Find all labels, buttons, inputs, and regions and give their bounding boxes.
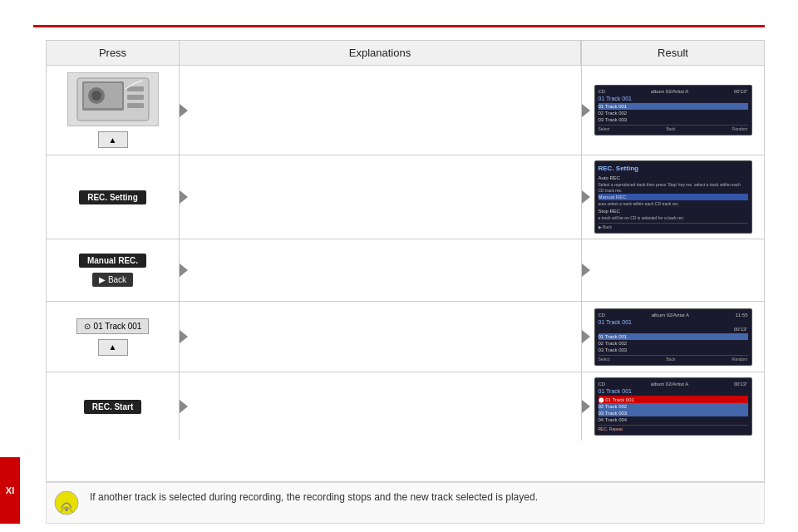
chapter-marker: XI [0, 457, 20, 524]
explanation-cell-5 [180, 372, 581, 441]
header-explanations: Explanations [180, 41, 581, 65]
result-cell-2: REC. Setting Auto REC Select a reproduce… [581, 155, 764, 239]
table-row: Manual REC. ▶Back [47, 239, 764, 302]
note-text: If another track is selected during reco… [90, 490, 538, 505]
explanation-cell-2 [180, 155, 581, 239]
manual-rec-button[interactable]: Manual REC. [79, 254, 146, 268]
up-button-1[interactable]: ▲ [98, 131, 128, 148]
result-cell-1: CD album 02/Artist A 00'13" 01 Track 001… [581, 66, 764, 155]
press-cell-2: REC. Setting [47, 155, 180, 239]
rec-start-button[interactable]: REC. Start [84, 400, 141, 414]
screen-cd-2: CD album 02/Artist A 11:55 01 Track 001 … [594, 308, 752, 366]
table-row: ⊙01 Track 001 ▲ CD album 02/Artist A 11:… [47, 302, 764, 372]
screen-rec-setting: REC. Setting Auto REC Select a reproduce… [594, 160, 752, 234]
table-row: ▲ CD album 02/Artist A 00'13" 01 Track 0… [47, 66, 764, 155]
table-header: Press Explanations Result [47, 41, 764, 66]
explanation-cell-4 [180, 302, 581, 372]
press-cell-4: ⊙01 Track 001 ▲ [47, 302, 180, 372]
rec-setting-button[interactable]: REC. Setting [79, 190, 146, 204]
rec-option-manual: Manual REC [598, 194, 748, 200]
explanation-cell-3 [180, 239, 581, 301]
up-button-2[interactable]: ▲ [98, 339, 128, 356]
press-cell-5: REC. Start [47, 372, 180, 441]
table-row: REC. Setting REC. Setting Auto REC Selec… [47, 155, 764, 239]
rec-option-stop: Stop REC [598, 208, 748, 214]
svg-rect-3 [127, 86, 144, 91]
device-image [67, 72, 159, 126]
bottom-note: If another track is selected during reco… [46, 482, 765, 524]
svg-point-7 [91, 91, 101, 101]
result-cell-4: CD album 02/Artist A 11:55 01 Track 001 … [581, 302, 764, 372]
header-result: Result [581, 41, 764, 65]
header-press: Press [47, 41, 180, 65]
main-table: Press Explanations Result ▲ [46, 40, 765, 482]
back-button[interactable]: ▶Back [92, 273, 133, 287]
press-cell-3: Manual REC. ▶Back [47, 239, 180, 301]
result-cell-5: CD album 02/Artist A 00'13" 01 Track 001… [581, 372, 764, 441]
svg-rect-4 [127, 95, 144, 100]
svg-rect-5 [127, 103, 144, 108]
screen-cd-1: CD album 02/Artist A 00'13" 01 Track 001… [594, 85, 752, 135]
table-row: REC. Start CD album 02/Artist A 00'13" 0… [47, 372, 764, 441]
result-cell-3 [581, 239, 764, 301]
press-cell-1: ▲ [47, 66, 180, 155]
top-divider [33, 25, 765, 27]
svg-point-9 [65, 508, 68, 511]
screen-cd-3: CD album 02/Artist A 00'13" 01 Track 001… [594, 377, 752, 436]
explanation-cell-1 [180, 66, 581, 155]
note-icon [53, 490, 80, 516]
rec-option-auto: Auto REC [598, 175, 748, 181]
track-selector[interactable]: ⊙01 Track 001 [76, 318, 150, 334]
